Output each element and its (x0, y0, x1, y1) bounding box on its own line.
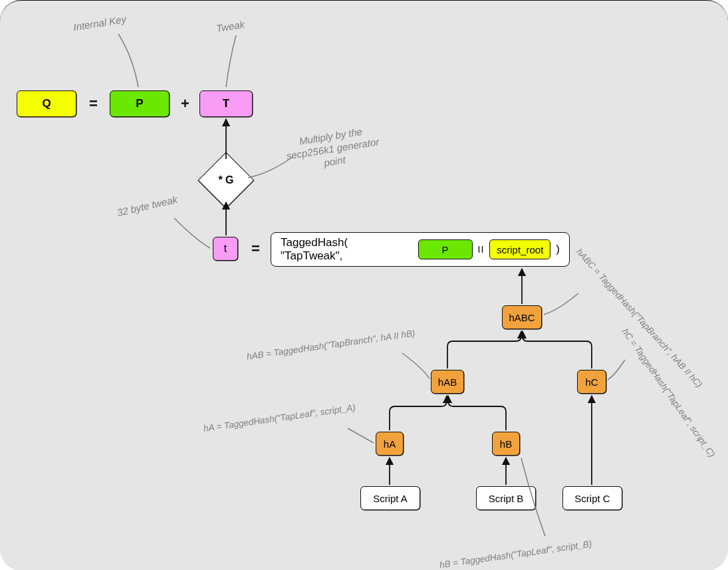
node-P: P (110, 90, 170, 117)
node-Q: Q (17, 90, 76, 117)
node-hABC: hABC (502, 305, 542, 329)
annot-hB: hB = TaggedHash("TapLeaf", script_B) (439, 539, 592, 570)
annot-hA: hA = TaggedHash("TapLeaf", script_A) (203, 402, 356, 434)
node-script-a: Script A (360, 486, 420, 510)
op-equals: = (89, 95, 98, 112)
node-hC: hC (577, 370, 606, 394)
op-equals-2: = (251, 240, 260, 257)
label-tweak: Tweak (215, 19, 245, 35)
diagram-canvas: Internal Key Tweak Q = P + T * G Multipl… (0, 0, 728, 570)
taghash-suffix: ) (556, 243, 560, 256)
taghash-root: script_root (489, 239, 550, 259)
taghash-concat: II (478, 244, 485, 255)
taghash-P: P (418, 239, 473, 259)
node-hAB: hAB (431, 370, 464, 394)
node-hA: hA (376, 432, 404, 456)
annot-hABC: hABC = TaggedHash("TapBranch", hAB II hC… (574, 247, 704, 390)
tagged-hash-expr: TaggedHash( "TapTweak", P II script_root… (271, 232, 570, 267)
op-plus: + (181, 95, 189, 112)
label-generator-desc: Multiply by the secp256k1 generator poin… (283, 123, 382, 175)
node-T: T (199, 90, 253, 117)
node-script-c: Script C (562, 486, 622, 510)
node-hB: hB (492, 432, 520, 456)
annot-hAB: hAB = TaggedHash("TapBranch", hA II hB) (246, 328, 416, 361)
label-32byte: 32 byte tweak (116, 194, 178, 218)
taghash-prefix: TaggedHash( "TapTweak", (281, 236, 413, 263)
generator-label: * G (206, 160, 246, 200)
node-script-b: Script B (476, 486, 536, 510)
connectors (0, 1, 728, 570)
node-t: t (213, 237, 238, 261)
label-internal-key: Internal Key (72, 13, 127, 33)
node-generator: * G (206, 160, 246, 200)
